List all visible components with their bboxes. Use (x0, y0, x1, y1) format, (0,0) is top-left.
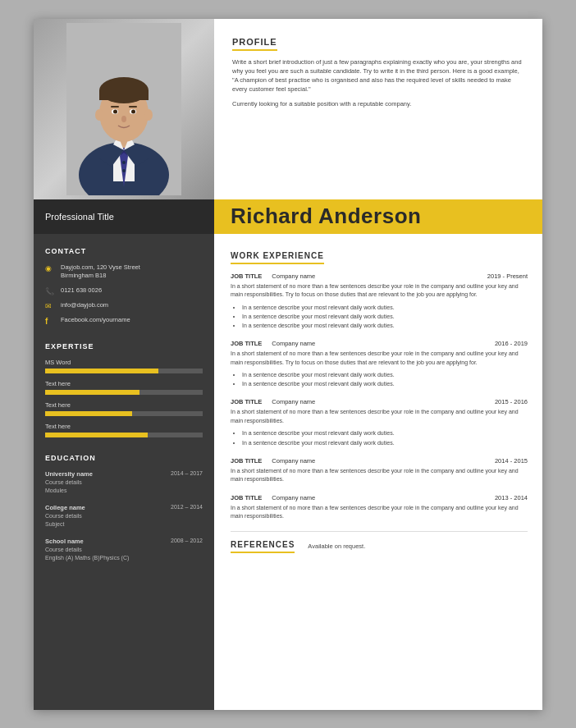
name-bar: Professional Title Richard Anderson (34, 199, 542, 234)
skill-4: Text here (45, 423, 203, 437)
location-icon: ◉ (45, 264, 55, 272)
svg-point-23 (122, 169, 126, 172)
skill-bar-fill (45, 369, 158, 373)
work-entry-1: JOB TITLE Company name 2019 - Present In… (231, 272, 528, 331)
company-name: Company name (272, 457, 485, 465)
bullet-item: In a sentence describe your most relevan… (242, 312, 528, 321)
skill-2: Text here (45, 380, 203, 395)
main-content: WORK EXPERIENCE JOB TITLE Company name 2… (214, 234, 542, 710)
profile-area: PROFILE Write a short brief introduction… (214, 19, 542, 199)
company-name: Company name (272, 398, 485, 405)
work-header: JOB TITLE Company name 2015 - 2016 (231, 398, 528, 405)
svg-rect-10 (99, 90, 149, 100)
profile-paragraph1: Write a short brief introduction of just… (232, 57, 526, 94)
work-entry-2: JOB TITLE Company name 2016 - 2019 In a … (231, 340, 528, 388)
job-title: JOB TITLE (231, 272, 262, 280)
edu-college: College name 2012 – 2014 Course detailsS… (45, 504, 203, 529)
work-desc: In a short statement of no more than a f… (231, 504, 528, 521)
job-title: JOB TITLE (231, 457, 262, 465)
sidebar: CONTACT ◉ Dayjob.com, 120 Vyse StreetBir… (34, 234, 214, 710)
skill-bar-bg (45, 411, 203, 416)
work-experience-title: WORK EXPERIENCE (231, 251, 324, 264)
svg-point-19 (144, 109, 153, 121)
bullet-item: In a sentence describe your most relevan… (242, 379, 528, 388)
edu-years: 2008 – 2012 (171, 538, 203, 545)
work-desc: In a short statement of no more than a f… (231, 467, 528, 484)
references-section: REFERENCES Available on request. (231, 540, 528, 553)
work-years: 2013 - 2014 (495, 494, 528, 501)
profile-photo (34, 19, 214, 199)
company-name: Company name (272, 272, 477, 280)
contact-facebook-text: Facebook.com/yourname (61, 316, 130, 325)
profile-paragraph2: Currently looking for a suitable positio… (232, 99, 526, 108)
contact-email-text: info@dayjob.com (61, 301, 108, 310)
work-years: 2016 - 2019 (495, 340, 528, 347)
bullet-item: In a sentence describe your most relevan… (242, 428, 528, 437)
edu-header: School name 2008 – 2012 (45, 538, 203, 545)
skill-label: Text here (45, 401, 203, 409)
edu-school-name: University name (45, 470, 93, 478)
edu-details: Course detailsSubject (45, 512, 203, 529)
work-header: JOB TITLE Company name 2019 - Present (231, 272, 528, 280)
svg-point-14 (131, 109, 135, 113)
svg-point-13 (113, 109, 117, 113)
contact-address-text: Dayjob.com, 120 Vyse StreetBirmingham B1… (61, 263, 140, 281)
work-section-header: WORK EXPERIENCE (231, 247, 528, 272)
contact-phone: 📞 0121 638 0026 (45, 286, 203, 295)
skill-bar-fill (45, 411, 132, 416)
skill-bar-bg (45, 390, 203, 395)
skill-label: Text here (45, 423, 203, 430)
expertise-section: EXPERTISE MS Word Text here Text here (45, 342, 203, 437)
skill-bar-fill (45, 390, 139, 395)
skill-label: Text here (45, 380, 203, 387)
contact-address: ◉ Dayjob.com, 120 Vyse StreetBirmingham … (45, 263, 203, 281)
name-bar-right: Richard Anderson (214, 199, 542, 234)
skill-label: MS Word (45, 359, 203, 366)
work-bullets: In a sentence describe your most relevan… (231, 428, 528, 446)
skill-bar-bg (45, 433, 203, 437)
company-name: Company name (272, 494, 485, 501)
edu-header: College name 2012 – 2014 (45, 504, 203, 511)
skill-bar-bg (45, 369, 203, 373)
professional-title: Professional Title (45, 212, 114, 222)
work-years: 2019 - Present (487, 272, 528, 280)
contact-title: CONTACT (45, 247, 203, 255)
edu-school-name: School name (45, 538, 84, 545)
edu-details: Course detailsModules (45, 478, 203, 496)
svg-rect-15 (111, 106, 119, 108)
skill-bar-fill (45, 433, 148, 437)
work-entry-4: JOB TITLE Company name 2014 - 2015 In a … (231, 457, 528, 484)
job-title: JOB TITLE (231, 494, 262, 501)
skill-msword: MS Word (45, 359, 203, 373)
bullet-item: In a sentence describe your most relevan… (242, 438, 528, 447)
skill-3: Text here (45, 401, 203, 416)
work-desc: In a short statement of no more than a f… (231, 408, 528, 425)
svg-point-17 (121, 116, 126, 122)
references-text: Available on request. (308, 543, 365, 550)
contact-phone-text: 0121 638 0026 (61, 286, 102, 295)
contact-email: ✉ info@dayjob.com (45, 301, 203, 310)
work-entry-3: JOB TITLE Company name 2015 - 2016 In a … (231, 398, 528, 446)
full-name: Richard Anderson (231, 204, 421, 229)
person-illustration (66, 23, 181, 195)
contact-facebook: f Facebook.com/yourname (45, 316, 203, 326)
work-header: JOB TITLE Company name 2013 - 2014 (231, 494, 528, 501)
bullet-item: In a sentence describe your most relevan… (242, 321, 528, 330)
contact-section: CONTACT ◉ Dayjob.com, 120 Vyse StreetBir… (45, 247, 203, 326)
edu-school: School name 2008 – 2012 Course detailsEn… (45, 538, 203, 563)
work-desc: In a short statement of no more than a f… (231, 350, 528, 367)
email-icon: ✉ (45, 302, 55, 310)
top-section: PROFILE Write a short brief introduction… (34, 19, 542, 199)
edu-years: 2014 – 2017 (171, 470, 203, 478)
bottom-section: CONTACT ◉ Dayjob.com, 120 Vyse StreetBir… (34, 234, 542, 710)
expertise-title: EXPERTISE (45, 342, 203, 350)
company-name: Company name (272, 340, 485, 347)
job-title: JOB TITLE (231, 340, 262, 347)
work-header: JOB TITLE Company name 2016 - 2019 (231, 340, 528, 347)
work-years: 2015 - 2016 (495, 398, 528, 405)
references-title: REFERENCES (231, 540, 295, 553)
photo-area (34, 19, 214, 199)
resume-document: PROFILE Write a short brief introduction… (34, 19, 542, 710)
svg-rect-16 (129, 106, 137, 108)
edu-header: University name 2014 – 2017 (45, 470, 203, 478)
